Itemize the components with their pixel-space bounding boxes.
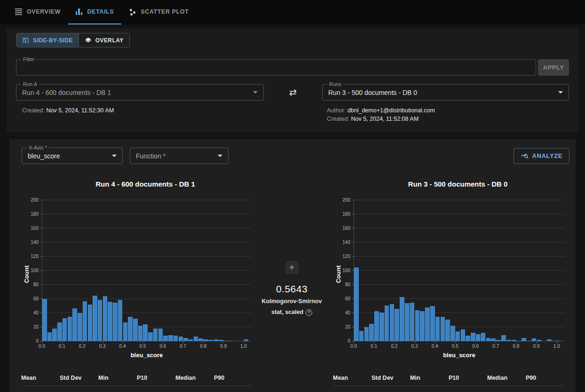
histogram-bar (354, 267, 359, 342)
y-tick-mark (352, 200, 354, 200)
overlay-button[interactable]: OVERLAY (79, 33, 129, 47)
y-axis-title: Count (23, 266, 30, 283)
x-tick-label: 0.5 (452, 344, 459, 349)
chevron-down-icon (112, 155, 117, 157)
x-tick-label: 0.9 (220, 344, 227, 349)
stats-header-cell: Mean (333, 373, 372, 385)
ks-stat-block: + 0.5643 Kolmogorov-Smirnov stat, scaled… (256, 180, 327, 392)
x-tick-label: 0.2 (79, 344, 86, 349)
x-tick-mark (374, 341, 374, 343)
stats-header-cell: Min (98, 373, 137, 385)
y-tick-label: 20 (33, 324, 39, 329)
tab-details[interactable]: DETAILS (68, 0, 121, 24)
histogram-bar (88, 305, 93, 341)
y-tick-mark (352, 214, 354, 214)
y-tick-label: 140 (342, 240, 350, 245)
runs-author: Author: dbnl_demo+1@distributional.com (327, 106, 569, 115)
run-a-select[interactable]: Run A Run 4 - 600 documents - DB 1 (16, 84, 264, 101)
filter-label: Filter (21, 56, 36, 62)
swap-runs-button[interactable]: ⇄ (264, 87, 322, 98)
apply-button[interactable]: APPLY (538, 59, 569, 76)
y-tick-label: 100 (31, 268, 39, 273)
chevron-down-icon (218, 155, 222, 157)
histogram-bar (476, 334, 481, 341)
chart-run-b: Run 3 - 500 documents - DB 0 Count 02040… (327, 180, 569, 392)
histogram-bar (163, 336, 168, 341)
gridline (354, 228, 565, 228)
x-tick-mark (557, 341, 557, 343)
x-tick-mark (537, 341, 537, 343)
gridline (42, 214, 252, 214)
x-tick-label: 0.7 (492, 344, 499, 349)
gridline (354, 242, 565, 243)
y-tick-mark (40, 270, 42, 271)
y-tick-mark (40, 200, 42, 200)
side-by-side-button[interactable]: SIDE-BY-SIDE (16, 33, 79, 47)
ks-stat-line2: stat, scaled ? (271, 308, 312, 316)
histogram-bar (148, 332, 153, 342)
stats-header-cell: Std Dev (60, 373, 98, 385)
x-tick-mark (435, 341, 435, 343)
analyze-button[interactable]: ANALYZE (514, 148, 569, 164)
stats-value-cell: 0.2349 (487, 386, 526, 392)
x-tick-mark (42, 341, 42, 343)
stats-value-cell: 0.4754 (526, 386, 564, 392)
gridline (42, 284, 252, 285)
histogram-bar (179, 337, 183, 342)
histogram-bar (47, 332, 52, 342)
histogram-bar (63, 318, 67, 342)
y-tick-mark (40, 214, 42, 214)
histogram-bar (364, 327, 369, 341)
x-tick-label: 0.4 (119, 344, 126, 349)
gridline (42, 200, 252, 200)
tab-scatter-plot[interactable]: SCATTER PLOT (121, 0, 196, 24)
x-axis-select[interactable]: X-Axis * bleu_score (22, 148, 123, 164)
y-tick-label: 0 (36, 338, 39, 344)
histogram-bar (78, 313, 82, 341)
query-stats-icon (521, 152, 529, 160)
y-tick-mark (352, 242, 354, 243)
histogram-bar (133, 319, 138, 341)
stats-value-row: 0.25560.176200.01390.23490.4754 (333, 386, 564, 392)
plot-area[interactable]: Count 020406080100120140160180200 (354, 200, 565, 341)
layers-icon (85, 37, 92, 44)
stats-value-row: 0.27870.17020.00000.07360.26460.4974 (21, 386, 253, 392)
tab-overview[interactable]: OVERVIEW (8, 0, 68, 24)
stats-value-cell: 0.2556 (333, 386, 372, 392)
histogram-bar (445, 320, 450, 342)
histogram-bar (461, 329, 466, 342)
help-icon[interactable]: ? (306, 309, 312, 316)
filter-input[interactable]: Filter (16, 59, 536, 76)
runs-value: Run 3 - 500 documents - DB 0 (328, 89, 417, 96)
function-select[interactable]: Function * (130, 148, 229, 164)
top-tab-bar: OVERVIEW DETAILS SCATTER PLOT (0, 0, 585, 24)
run-selectors-row: Run A Run 4 - 600 documents - DB 1 ⇄ Run… (16, 84, 569, 101)
stats-table: MeanStd DevMinP10MedianP90 0.27870.17020… (21, 373, 253, 392)
histogram-bar (98, 300, 103, 342)
gridline (42, 242, 252, 243)
x-tick-mark (223, 341, 224, 343)
x-tick-label: 0.7 (180, 344, 186, 349)
x-tick-mark (82, 341, 83, 343)
stats-header-cell: P90 (526, 373, 564, 385)
histogram-bar (405, 303, 410, 341)
histogram-bar (395, 309, 399, 341)
plot-area[interactable]: Count 020406080100120140160180200 (42, 200, 252, 341)
x-axis-ticks: 0.00.10.20.30.40.50.60.70.80.91.0 (354, 341, 565, 350)
x-tick-mark (496, 341, 496, 343)
x-tick-label: 0.5 (140, 344, 146, 349)
y-tick-mark (352, 228, 354, 228)
runs-select[interactable]: Runs Run 3 - 500 documents - DB 0 (322, 84, 569, 101)
y-tick-mark (40, 228, 42, 228)
stats-header-cell: Median (487, 373, 526, 385)
y-tick-label: 120 (31, 254, 39, 259)
y-tick-label: 80 (33, 282, 39, 287)
histogram-bar (42, 299, 47, 341)
histogram-bar (68, 317, 72, 342)
book-columns-icon (22, 37, 29, 44)
histogram-bar (123, 322, 128, 342)
y-tick-label: 40 (33, 310, 39, 315)
add-metric-button[interactable]: + (285, 261, 299, 274)
overlay-label: OVERLAY (95, 37, 124, 44)
tab-scatter-plot-label: SCATTER PLOT (141, 8, 189, 15)
